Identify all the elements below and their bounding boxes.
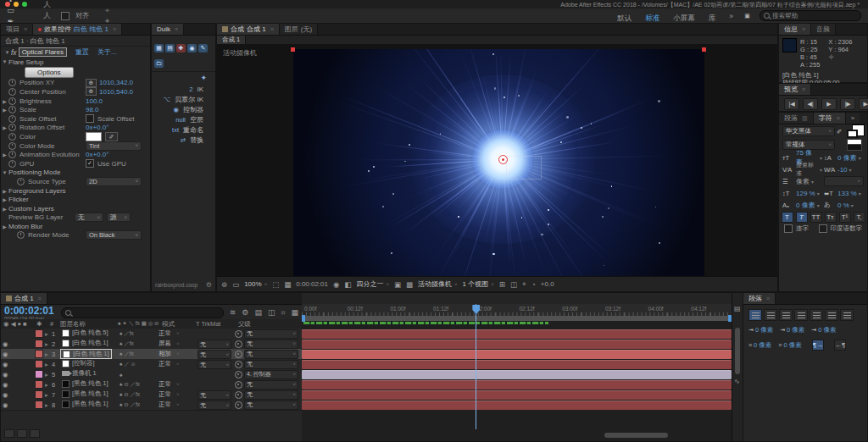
- layer-switches[interactable]: ♠ ／ ⊙: [120, 359, 136, 369]
- stroke-style-select[interactable]: ˅: [824, 176, 864, 186]
- layer-name[interactable]: [黑色 纯色 1]: [60, 379, 110, 388]
- layer-switches[interactable]: ♠ ⊙ ／fx: [120, 379, 140, 390]
- time-ruler[interactable]: 0:00f00:12f01:00f01:12f02:00f02:12f03:00…: [302, 304, 732, 317]
- space-field-1[interactable]: ≡0 像素: [778, 341, 801, 350]
- timeline-graph[interactable]: 0:00f00:12f01:00f01:12f02:00f02:12f03:00…: [302, 293, 732, 441]
- character-tool-icon[interactable]: 人: [41, 0, 53, 10]
- video-switch[interactable]: ◉: [3, 359, 11, 369]
- parent-select[interactable]: 无˅: [244, 329, 298, 339]
- trkmat-select[interactable]: 无˅: [198, 401, 231, 410]
- comp-marker-icon[interactable]: ▤: [734, 305, 741, 312]
- twirl-icon[interactable]: ▼: [1, 59, 8, 64]
- stopwatch-icon[interactable]: [8, 79, 16, 86]
- view-layout-select[interactable]: 1 个视图˅: [463, 279, 494, 289]
- label-color-chip[interactable]: [35, 339, 43, 349]
- trkmat-select[interactable]: 无˅: [198, 360, 231, 369]
- label-color-chip[interactable]: [35, 379, 43, 390]
- hindi-digits-checkbox[interactable]: [819, 224, 827, 233]
- fast-previews-icon[interactable]: ◫: [510, 280, 517, 289]
- monitor-icon[interactable]: ▭: [232, 280, 239, 289]
- twirl-icon[interactable]: ▶: [1, 98, 8, 104]
- transport-button-0[interactable]: |◀: [784, 98, 799, 110]
- baseline-shift-value[interactable]: 0 像素: [796, 201, 815, 210]
- pixel-aspect-icon[interactable]: ⊞: [499, 280, 505, 289]
- effect-about-link[interactable]: 关于...: [97, 47, 117, 57]
- parent-select[interactable]: 4. 控制器˅: [244, 370, 298, 379]
- duik-settings-icon[interactable]: ⚙: [206, 281, 212, 289]
- transport-button-4[interactable]: ▶|: [859, 98, 868, 110]
- current-timecode[interactable]: 0:00:02:01: [4, 305, 54, 317]
- duik-tool-icon-5[interactable]: 🗀: [154, 59, 164, 68]
- leading-value[interactable]: 0 像素: [837, 153, 857, 163]
- align-button-1[interactable]: [764, 309, 777, 321]
- tab-duik[interactable]: Duik≡: [152, 24, 184, 35]
- tab-preview[interactable]: 预览≡: [779, 84, 811, 95]
- duik-item-替换[interactable]: ⇄替换: [152, 135, 215, 145]
- duik-tool-icon-3[interactable]: ◉: [187, 44, 197, 52]
- duik-item-重命名[interactable]: txt重命名: [152, 124, 215, 135]
- tab-paragraph-top[interactable]: 段落▥: [779, 113, 814, 124]
- eyedropper-icon[interactable]: ✐: [105, 132, 118, 141]
- layer-switches[interactable]: ♠: [120, 369, 122, 379]
- stopwatch-icon[interactable]: [8, 97, 16, 105]
- pickwhip-icon[interactable]: [235, 361, 242, 368]
- parent-cell[interactable]: 无˅: [235, 349, 298, 359]
- video-switch[interactable]: ◉: [3, 339, 11, 349]
- label-color-chip[interactable]: [35, 349, 43, 359]
- workspace-overflow[interactable]: »: [729, 12, 733, 20]
- layer-anchor-point[interactable]: [498, 155, 508, 164]
- indent-field-0[interactable]: ⇥0 像素: [748, 326, 773, 334]
- mode-column-header[interactable]: 模式: [162, 320, 175, 329]
- property-value[interactable]: 1010,540.0: [99, 88, 133, 96]
- video-switch[interactable]: ◉: [3, 400, 11, 410]
- layer-twirl-icon[interactable]: ▸: [45, 329, 48, 339]
- channel-icon[interactable]: ◧: [344, 280, 351, 289]
- timeline-toolbar-icon-1[interactable]: ⚙: [242, 308, 248, 318]
- blend-mode-select[interactable]: 正常˅: [159, 400, 180, 410]
- stopwatch-icon[interactable]: [8, 124, 16, 131]
- effect-name[interactable]: Optical Flares: [19, 47, 67, 57]
- layer-bar-5[interactable]: [302, 370, 732, 379]
- twirl-icon[interactable]: ▶: [1, 124, 8, 130]
- target-icon[interactable]: ⌖: [101, 5, 114, 16]
- blend-mode-select[interactable]: 屏幕˅: [159, 339, 180, 349]
- duik-item-贝塞尔 IK[interactable]: ⌥贝塞尔 IK: [152, 94, 215, 104]
- layer-switches[interactable]: ♠ ⊙ ／fx: [120, 400, 140, 410]
- twirl-icon[interactable]: ▶: [1, 196, 8, 202]
- exposure-icon[interactable]: ◔: [531, 280, 536, 289]
- duik-footer-link[interactable]: rainboxprod.coop: [155, 282, 198, 288]
- workspace-标准[interactable]: 标准: [645, 14, 659, 22]
- property-value[interactable]: 0x+0.0°: [86, 151, 108, 158]
- duik-item-IK[interactable]: 2IK: [152, 84, 215, 94]
- layer-name[interactable]: [黑色 纯色 1]: [60, 400, 110, 408]
- blend-mode-select[interactable]: 相加˅: [159, 349, 180, 359]
- video-switch[interactable]: ◉: [3, 369, 11, 379]
- kerning-value[interactable]: 度量标准: [796, 161, 818, 178]
- resolution-select[interactable]: 四分之一˅: [356, 279, 389, 289]
- color-swatch[interactable]: [86, 132, 102, 141]
- layer-switches[interactable]: ♠ ／fx: [120, 349, 134, 359]
- work-area-bar[interactable]: [302, 316, 732, 321]
- magnification-select[interactable]: 100%˅: [244, 280, 267, 288]
- label-color-chip[interactable]: [35, 390, 43, 400]
- timeline-toolbar-icon-2[interactable]: ▤: [254, 308, 262, 318]
- layer-switches[interactable]: ♠ ／fx: [120, 329, 134, 339]
- snap-checkbox[interactable]: [61, 12, 70, 20]
- stopwatch-icon[interactable]: [17, 231, 25, 239]
- tab-timeline-comp[interactable]: 合成 1≡: [1, 293, 47, 304]
- tracking-value[interactable]: -10: [837, 166, 848, 174]
- timeline-toolbar-icon-5[interactable]: ▦: [291, 308, 298, 318]
- trkmat-column-header[interactable]: T TrkMat: [196, 320, 220, 328]
- trkmat-select[interactable]: 无˅: [198, 390, 231, 400]
- parent-select[interactable]: 无˅: [244, 380, 298, 390]
- property-checkbox[interactable]: [86, 114, 94, 123]
- layer-handle-tr[interactable]: [702, 47, 706, 52]
- transport-button-3[interactable]: |▶: [840, 98, 855, 110]
- timeline-vertical-scrollbar[interactable]: [735, 328, 740, 374]
- duik-tool-icon-2[interactable]: ✚: [176, 44, 186, 52]
- parent-cell[interactable]: 无˅: [235, 359, 298, 369]
- twirl-icon[interactable]: ▶: [1, 152, 8, 157]
- space-field-0[interactable]: ≡0 像素: [748, 341, 771, 350]
- layer-switches[interactable]: ♠ ／fx: [120, 339, 134, 349]
- pickwhip-icon[interactable]: [235, 371, 242, 378]
